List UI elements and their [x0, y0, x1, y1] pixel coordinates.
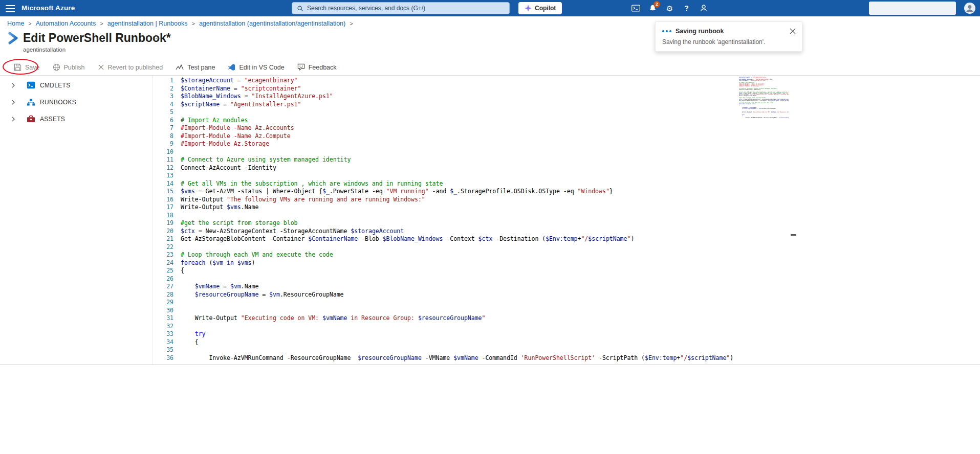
line-number[interactable]: 23: [153, 251, 173, 259]
copilot-button[interactable]: Copilot: [518, 2, 562, 14]
code-line[interactable]: $storageAccount = "ecagentbinary": [181, 77, 919, 85]
line-number[interactable]: 9: [153, 140, 173, 148]
feedback-button[interactable]: Feedback: [297, 63, 337, 71]
line-number[interactable]: 11: [153, 156, 173, 164]
publish-button[interactable]: Publish: [53, 63, 85, 71]
code-line[interactable]: Invoke-AzVMRunCommand -ResourceGroupName…: [181, 354, 919, 362]
code-line[interactable]: $vmName = $vm.Name: [181, 283, 919, 291]
line-number[interactable]: 27: [153, 283, 173, 291]
code-line[interactable]: [181, 307, 919, 315]
code-line[interactable]: $ctx = New-AzStorageContext -StorageAcco…: [181, 228, 919, 236]
code-line[interactable]: #get the script from storage blob: [181, 219, 919, 228]
line-number[interactable]: 33: [153, 330, 173, 338]
line-number[interactable]: 17: [153, 203, 173, 212]
code-line[interactable]: #Import-Module Az.Storage: [181, 140, 919, 148]
code-line[interactable]: $vms = Get-AzVM -status | Where-Object {…: [181, 188, 919, 196]
line-number[interactable]: 2: [153, 85, 173, 93]
line-number[interactable]: 14: [153, 180, 173, 188]
code-line[interactable]: [181, 148, 919, 156]
search-input[interactable]: [307, 5, 505, 12]
editor-code[interactable]: $storageAccount = "ecagentbinary"$Contai…: [181, 77, 919, 362]
line-number[interactable]: 36: [153, 354, 173, 362]
page-more-button[interactable]: ···: [152, 34, 161, 42]
line-number[interactable]: 35: [153, 346, 173, 354]
toast-close-button[interactable]: [789, 27, 797, 37]
line-number[interactable]: 34: [153, 338, 173, 347]
line-number[interactable]: 28: [153, 291, 173, 299]
portal-brand[interactable]: Microsoft Azure: [21, 4, 75, 12]
global-search[interactable]: [292, 2, 510, 14]
line-number[interactable]: 21: [153, 235, 173, 243]
code-editor[interactable]: 1234567891011121314151617181920212223242…: [153, 76, 980, 365]
editor-minimap[interactable]: $storageAccount = "ecagentbinary"$Contai…: [739, 77, 789, 158]
code-line[interactable]: [181, 108, 919, 117]
code-line[interactable]: [181, 172, 919, 180]
breadcrumb-home[interactable]: Home: [7, 20, 24, 27]
line-number[interactable]: 13: [153, 172, 173, 180]
sidebar-item-assets[interactable]: ASSETS: [0, 110, 152, 127]
line-number[interactable]: 16: [153, 196, 173, 204]
line-number[interactable]: 5: [153, 108, 173, 117]
code-line[interactable]: [181, 212, 919, 220]
line-number[interactable]: 10: [153, 148, 173, 156]
code-line[interactable]: [181, 299, 919, 307]
cloud-shell-button[interactable]: [627, 0, 644, 16]
line-number[interactable]: 6: [153, 117, 173, 125]
line-number[interactable]: 12: [153, 164, 173, 172]
code-line[interactable]: [181, 323, 919, 331]
sidebar-item-runbooks[interactable]: RUNBOOKS: [0, 94, 152, 110]
breadcrumb-automation-accounts[interactable]: Automation Accounts: [36, 20, 96, 27]
line-number[interactable]: 26: [153, 275, 173, 283]
hamburger-menu-icon[interactable]: [5, 5, 16, 13]
revert-button[interactable]: Revert to published: [98, 64, 163, 71]
code-line[interactable]: try: [181, 330, 919, 338]
test-pane-button[interactable]: Test pane: [176, 64, 215, 71]
line-number[interactable]: 29: [153, 299, 173, 307]
line-number[interactable]: 25: [153, 267, 173, 275]
code-line[interactable]: # Get all VMs in the subscription , whic…: [181, 180, 919, 188]
line-number[interactable]: 1: [153, 77, 173, 85]
code-line[interactable]: foreach ($vm in $vms): [181, 259, 919, 267]
code-line[interactable]: $resourceGroupName = $vm.ResourceGroupNa…: [181, 291, 919, 299]
code-line[interactable]: {: [181, 338, 919, 347]
breadcrumb-runbooks[interactable]: agentinstallation | Runbooks: [107, 20, 188, 27]
line-number[interactable]: 22: [153, 243, 173, 252]
code-line[interactable]: $ContainerName = "scriptcontainer": [181, 85, 919, 93]
code-line[interactable]: {: [181, 267, 919, 275]
code-line[interactable]: Write-Output "The following VMs are runn…: [181, 196, 919, 204]
code-line[interactable]: Get-AzStorageBlobContent -Container $Con…: [181, 235, 919, 243]
line-number[interactable]: 32: [153, 323, 173, 331]
line-number[interactable]: 30: [153, 307, 173, 315]
line-number[interactable]: 4: [153, 101, 173, 109]
settings-button[interactable]: ⚙: [661, 0, 678, 16]
line-number[interactable]: 3: [153, 93, 173, 101]
line-number[interactable]: 7: [153, 124, 173, 132]
code-line[interactable]: $scriptName = "AgentInstaller.ps1": [181, 101, 919, 109]
code-line[interactable]: Write-Output "Executing code on VM: $vmN…: [181, 314, 919, 323]
code-line[interactable]: # Connect to Azure using system managed …: [181, 156, 919, 164]
line-number[interactable]: 24: [153, 259, 173, 267]
code-line[interactable]: [181, 346, 919, 354]
sidebar-item-cmdlets[interactable]: CMDLETS: [0, 77, 152, 94]
line-number[interactable]: 18: [153, 212, 173, 220]
breadcrumb-runbook[interactable]: agentinstallation (agentinstallation/age…: [199, 20, 345, 27]
line-number[interactable]: 19: [153, 219, 173, 228]
code-line[interactable]: [181, 243, 919, 252]
code-line[interactable]: # Loop through each VM and execute the c…: [181, 251, 919, 259]
line-number[interactable]: 20: [153, 228, 173, 236]
help-button[interactable]: ?: [678, 0, 695, 16]
code-line[interactable]: # Import Az modules: [181, 117, 919, 125]
avatar[interactable]: [964, 2, 976, 14]
line-number[interactable]: 15: [153, 188, 173, 196]
code-line[interactable]: #Import-Module -Name Az.Accounts: [181, 124, 919, 132]
notifications-button[interactable]: 2: [644, 0, 661, 16]
edit-vs-code-button[interactable]: Edit in VS Code: [228, 63, 284, 71]
line-number[interactable]: 31: [153, 314, 173, 323]
line-number[interactable]: 8: [153, 132, 173, 141]
code-line[interactable]: #Import-Module -Name Az.Compute: [181, 132, 919, 141]
feedback-top-button[interactable]: [695, 0, 712, 16]
code-line[interactable]: Write-Output $vms.Name: [181, 203, 919, 212]
save-button[interactable]: Save: [14, 63, 40, 71]
code-line[interactable]: [181, 275, 919, 283]
code-line[interactable]: $BlobName_Windows = "InstallAgentAzure.p…: [181, 93, 919, 101]
